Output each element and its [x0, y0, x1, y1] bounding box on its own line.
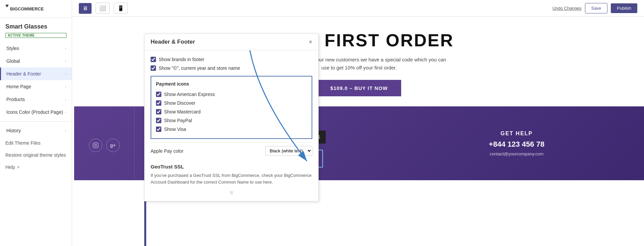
sidebar: BIGCOMMERCE Smart Glasses ACTIVE THEME S… — [0, 0, 72, 246]
bigcommerce-logo-icon: BIGCOMMERCE — [5, 5, 46, 13]
footer-social-col: g+ — [74, 106, 135, 180]
show-brands-checkbox[interactable] — [151, 57, 156, 62]
show-amex-label: Show American Express — [164, 92, 215, 97]
show-paypal-label: Show PayPal — [164, 118, 192, 123]
topbar-actions: Undo Changes Save Publish — [552, 3, 637, 13]
social-icons-group: g+ — [89, 139, 120, 152]
footer-get-help-col: GET HELP +844 123 456 78 contact@yourcom… — [389, 106, 644, 180]
sidebar-item-home-page[interactable]: Home Page › — [0, 80, 72, 93]
sidebar-item-label: Header & Footer — [6, 71, 41, 77]
chevron-right-icon: › — [65, 129, 66, 133]
panel-close-button[interactable]: × — [309, 39, 312, 45]
undo-changes-button[interactable]: Undo Changes — [552, 6, 582, 11]
show-mastercard-checkbox[interactable] — [156, 109, 161, 114]
show-copyright-row: Show "©", current year and store name — [151, 64, 312, 72]
external-link-icon: ↗ — [16, 165, 19, 169]
apple-pay-label: Apple Pay color — [151, 148, 183, 154]
show-discover-row: Show Discover — [156, 99, 307, 107]
chevron-right-icon: › — [65, 46, 66, 50]
sidebar-brand: BIGCOMMERCE — [0, 0, 72, 18]
show-discover-checkbox[interactable] — [156, 100, 161, 106]
panel-body: Show brands in footer Show "©", current … — [145, 50, 318, 201]
panel-title: Header & Footer — [151, 39, 195, 45]
google-plus-icon[interactable]: g+ — [106, 139, 120, 152]
show-discover-label: Show Discover — [164, 100, 195, 106]
svg-marker-0 — [5, 5, 9, 7]
active-theme-badge: ACTIVE THEME — [5, 33, 66, 38]
sidebar-item-label: History — [6, 128, 21, 133]
show-copyright-label: Show "©", current year and store name — [159, 65, 240, 71]
sidebar-item-global[interactable]: Global › — [0, 55, 72, 67]
preview-area: YOUR FIRST ORDER As a welcome to all our… — [72, 17, 644, 246]
apple-pay-color-row: Apple Pay color Black (white text) White… — [151, 142, 312, 159]
chevron-right-icon: › — [65, 72, 66, 76]
apple-pay-color-select[interactable]: Black (white text) White (black text) — [265, 146, 312, 156]
svg-text:BIGCOMMERCE: BIGCOMMERCE — [10, 6, 44, 11]
geotrust-title: GeoTrust SSL — [151, 164, 312, 169]
show-brands-row: Show brands in footer — [151, 55, 312, 64]
show-visa-checkbox[interactable] — [156, 127, 161, 132]
sidebar-item-header-footer[interactable]: Header & Footer › — [0, 67, 72, 80]
instagram-icon[interactable] — [89, 139, 102, 152]
sidebar-nav: Styles › Global › Header & Footer › Home… — [0, 42, 72, 246]
device-switcher: 🖥 ⬜ 📱 — [79, 3, 128, 14]
publish-button[interactable]: Publish — [611, 3, 637, 13]
svg-rect-2 — [93, 143, 98, 148]
sidebar-item-label: Styles — [6, 46, 19, 51]
sidebar-item-label: Icons Color (Product Page) — [6, 109, 63, 115]
sidebar-item-styles[interactable]: Styles › — [0, 42, 72, 55]
show-amex-checkbox[interactable] — [156, 92, 161, 97]
show-brands-label: Show brands in footer — [159, 57, 204, 62]
chevron-right-icon: › — [65, 59, 66, 63]
help-link[interactable]: Help ↗ — [0, 161, 72, 173]
edit-theme-files-link[interactable]: Edit Theme Files — [0, 137, 72, 149]
device-tablet-button[interactable]: ⬜ — [96, 3, 110, 14]
show-mastercard-label: Show Mastercard — [164, 109, 201, 114]
help-label: Help — [5, 164, 15, 170]
sidebar-item-label: Home Page — [6, 84, 31, 89]
show-visa-row: Show Visa — [156, 125, 307, 134]
show-paypal-checkbox[interactable] — [156, 118, 161, 123]
main-content: 🖥 ⬜ 📱 Undo Changes Save Publish YOUR FIR… — [72, 0, 644, 246]
edit-theme-files-label: Edit Theme Files — [5, 140, 41, 146]
device-desktop-button[interactable]: 🖥 — [79, 3, 92, 14]
restore-styles-link[interactable]: Restore original theme styles — [0, 149, 72, 161]
sidebar-item-label: Products — [6, 97, 25, 102]
sidebar-item-label: Global — [6, 58, 20, 64]
payment-icons-section: Payment icons Show American Express Show… — [151, 76, 312, 139]
geotrust-desc: If you've purchased a GeoTrust SSL from … — [151, 172, 312, 185]
show-mastercard-row: Show Mastercard — [156, 107, 307, 116]
sidebar-item-icons-color[interactable]: Icons Color (Product Page) › — [0, 106, 72, 118]
chevron-right-icon: › — [65, 85, 66, 89]
payment-section-title: Payment icons — [156, 81, 307, 87]
sidebar-item-products[interactable]: Products › — [0, 93, 72, 106]
panel-scroll-indicator: ≡ — [151, 185, 312, 196]
device-mobile-button[interactable]: 📱 — [114, 3, 128, 14]
panel-header: Header & Footer × — [145, 34, 318, 50]
theme-name: Smart Glasses — [0, 18, 72, 32]
show-copyright-checkbox[interactable] — [151, 65, 156, 71]
show-paypal-row: Show PayPal — [156, 116, 307, 125]
topbar: 🖥 ⬜ 📱 Undo Changes Save Publish — [72, 0, 644, 17]
save-button[interactable]: Save — [585, 3, 608, 13]
sidebar-divider — [0, 121, 72, 121]
sidebar-item-history[interactable]: History › — [0, 124, 72, 137]
hero-buy-button[interactable]: $109.0 – BUY IT NOW — [317, 80, 401, 96]
get-help-email: contact@yourcompany.com — [490, 151, 543, 156]
get-help-title: GET HELP — [500, 131, 533, 137]
show-visa-label: Show Visa — [164, 127, 186, 132]
restore-styles-label: Restore original theme styles — [5, 152, 66, 158]
get-help-phone: +844 123 456 78 — [489, 140, 544, 149]
header-footer-panel: Header & Footer × Show brands in footer … — [144, 34, 319, 201]
show-amex-row: Show American Express — [156, 90, 307, 99]
chevron-right-icon: › — [65, 110, 66, 114]
chevron-right-icon: › — [65, 97, 66, 101]
